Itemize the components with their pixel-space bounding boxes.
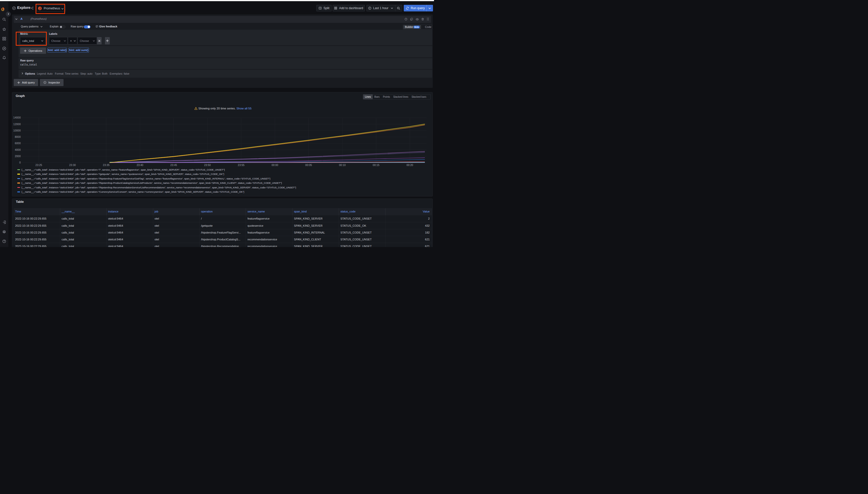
svg-text:23:30: 23:30 xyxy=(69,164,76,167)
svg-text:00:05: 00:05 xyxy=(305,164,312,167)
svg-text:23:35: 23:35 xyxy=(103,164,109,167)
svg-text:14000: 14000 xyxy=(13,116,21,119)
svg-text:00:20: 00:20 xyxy=(406,164,413,167)
svg-text:10000: 10000 xyxy=(13,129,21,132)
svg-text:00:15: 00:15 xyxy=(373,164,379,167)
svg-text:23:55: 23:55 xyxy=(238,164,245,167)
svg-text:23:50: 23:50 xyxy=(204,164,211,167)
svg-text:6000: 6000 xyxy=(15,141,21,145)
svg-text:0: 0 xyxy=(19,161,21,164)
svg-text:00:10: 00:10 xyxy=(339,164,346,167)
svg-text:23:40: 23:40 xyxy=(137,164,143,167)
svg-text:8000: 8000 xyxy=(15,135,21,138)
svg-text:2000: 2000 xyxy=(15,155,21,158)
svg-text:4000: 4000 xyxy=(15,148,21,151)
svg-text:00:00: 00:00 xyxy=(272,164,278,167)
svg-text:23:45: 23:45 xyxy=(170,164,177,167)
svg-text:23:25: 23:25 xyxy=(35,164,42,167)
svg-text:12000: 12000 xyxy=(13,122,21,126)
